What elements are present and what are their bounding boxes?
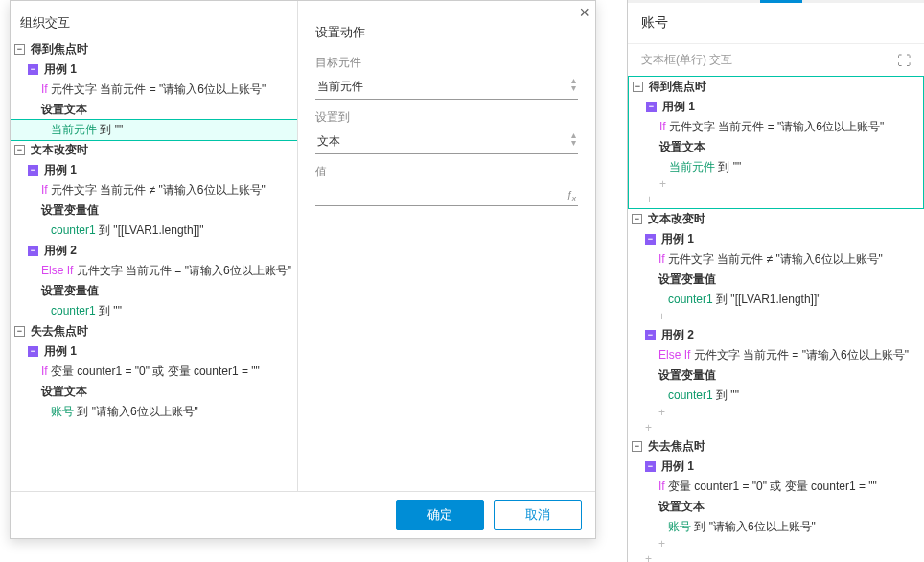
- ok-button[interactable]: 确定: [396, 500, 484, 530]
- case-icon: −: [645, 234, 656, 245]
- case-label: 用例 1: [44, 162, 77, 178]
- case-head[interactable]: −用例 1: [11, 160, 297, 180]
- action-detail[interactable]: counter1 到 "[[LVAR1.length]]": [628, 290, 924, 310]
- add-action-button[interactable]: +: [629, 177, 923, 193]
- interaction-editor-dialog: × 组织交互 −得到焦点时−用例 1If 元件文字 当前元件 = "请输入6位以…: [10, 0, 596, 539]
- collapse-icon[interactable]: −: [632, 214, 642, 224]
- case-icon: −: [28, 246, 38, 256]
- add-action-button[interactable]: +: [628, 406, 924, 421]
- condition-keyword: If: [41, 364, 51, 378]
- case-label: 用例 1: [661, 458, 694, 475]
- action-label[interactable]: 设置文本: [628, 497, 924, 517]
- action-target: counter1: [668, 293, 713, 306]
- left-tree[interactable]: −得到焦点时−用例 1If 元件文字 当前元件 = "请输入6位以上账号"设置文…: [11, 39, 297, 491]
- condition-text: 变量 counter1 = "0" 或 变量 counter1 = "": [51, 364, 260, 378]
- case-condition[interactable]: If 元件文字 当前元件 = "请输入6位以上账号": [11, 80, 297, 100]
- set-to-label: 设置到: [315, 109, 578, 126]
- action-detail[interactable]: counter1 到 "": [11, 301, 297, 321]
- action-rest: 到 "请输入6位以上账号": [691, 520, 816, 533]
- collapse-icon[interactable]: −: [14, 145, 25, 155]
- action-rest: 到 "": [97, 123, 123, 136]
- action-label[interactable]: 设置变量值: [628, 365, 924, 386]
- dialog-footer: 确定 取消: [11, 491, 595, 538]
- case-head[interactable]: −用例 1: [628, 457, 924, 477]
- action-detail[interactable]: counter1 到 "": [628, 386, 924, 406]
- add-case-button[interactable]: +: [628, 552, 924, 562]
- fx-icon[interactable]: ƒx: [566, 190, 576, 203]
- action-detail[interactable]: 账号 到 "请输入6位以上账号": [628, 517, 924, 537]
- event-head[interactable]: −得到焦点时: [11, 39, 297, 59]
- case-icon: −: [28, 346, 38, 357]
- action-target: 当前元件: [51, 123, 97, 136]
- value-input-wrap: ƒx: [315, 184, 578, 206]
- collapse-icon[interactable]: −: [14, 44, 25, 55]
- collapse-icon[interactable]: −: [14, 326, 25, 337]
- condition-keyword: If: [41, 183, 51, 197]
- target-element-label: 目标元件: [315, 55, 578, 71]
- case-condition[interactable]: If 变量 counter1 = "0" 或 变量 counter1 = "": [628, 477, 924, 497]
- set-to-select[interactable]: 文本 ▴▾: [315, 129, 578, 154]
- page-title: 账号: [628, 3, 924, 44]
- condition-text: 元件文字 当前元件 = "请输入6位以上账号": [51, 82, 266, 96]
- right-tree[interactable]: −得到焦点时−用例 1If 元件文字 当前元件 = "请输入6位以上账号"设置文…: [628, 76, 924, 562]
- event-label: 得到焦点时: [31, 41, 88, 58]
- action-detail[interactable]: 当前元件 到 "": [11, 120, 297, 140]
- case-head[interactable]: −用例 1: [629, 97, 923, 117]
- event-head[interactable]: −文本改变时: [11, 140, 297, 160]
- add-case-button[interactable]: +: [629, 193, 923, 208]
- action-rest: 到 "": [713, 388, 739, 402]
- action-label[interactable]: 设置变量值: [11, 281, 297, 301]
- cancel-button[interactable]: 取消: [494, 500, 582, 530]
- value-input[interactable]: [315, 184, 578, 206]
- case-condition[interactable]: Else If 元件文字 当前元件 = "请输入6位以上账号": [11, 261, 297, 281]
- action-target: counter1: [668, 388, 713, 402]
- action-label[interactable]: 设置文本: [11, 100, 297, 120]
- case-condition[interactable]: If 元件文字 当前元件 ≠ "请输入6位以上账号": [628, 249, 924, 269]
- add-action-button[interactable]: +: [628, 537, 924, 552]
- case-condition[interactable]: If 元件文字 当前元件 ≠ "请输入6位以上账号": [11, 180, 297, 200]
- add-case-button[interactable]: +: [628, 421, 924, 436]
- condition-text: 元件文字 当前元件 = "请输入6位以上账号": [669, 120, 884, 133]
- dialog-left-panel: 组织交互 −得到焦点时−用例 1If 元件文字 当前元件 = "请输入6位以上账…: [11, 1, 298, 491]
- chevron-updown-icon: ▴▾: [571, 131, 576, 147]
- action-target: counter1: [51, 304, 96, 317]
- action-label[interactable]: 设置变量值: [11, 200, 297, 221]
- action-label[interactable]: 设置变量值: [628, 269, 924, 290]
- tabbar: [628, 0, 924, 3]
- condition-keyword: If: [659, 120, 669, 133]
- case-condition[interactable]: If 变量 counter1 = "0" 或 变量 counter1 = "": [11, 362, 297, 382]
- collapse-icon[interactable]: −: [632, 441, 642, 452]
- case-head[interactable]: −用例 2: [628, 325, 924, 345]
- close-icon[interactable]: ×: [579, 3, 589, 23]
- add-action-button[interactable]: +: [628, 310, 924, 325]
- expand-icon[interactable]: ⛶: [897, 53, 911, 68]
- right-panel: 账号 文本框(单行) 交互 ⛶ −得到焦点时−用例 1If 元件文字 当前元件 …: [627, 0, 924, 562]
- action-detail[interactable]: counter1 到 "[[LVAR1.length]]": [11, 221, 297, 241]
- case-condition[interactable]: If 元件文字 当前元件 = "请输入6位以上账号": [629, 117, 923, 137]
- action-label[interactable]: 设置文本: [629, 137, 923, 157]
- case-condition[interactable]: Else If 元件文字 当前元件 = "请输入6位以上账号": [628, 345, 924, 365]
- event-head[interactable]: −得到焦点时: [629, 77, 923, 97]
- event-label: 失去焦点时: [648, 438, 705, 455]
- action-detail[interactable]: 账号 到 "请输入6位以上账号": [11, 402, 297, 422]
- subtitle-text: 文本框(单行) 交互: [641, 52, 732, 68]
- action-rest: 到 "": [715, 160, 741, 174]
- action-rest: 到 "[[LVAR1.length]]": [96, 223, 204, 237]
- action-label[interactable]: 设置文本: [11, 382, 297, 402]
- case-head[interactable]: −用例 1: [11, 59, 297, 80]
- collapse-icon[interactable]: −: [633, 82, 643, 92]
- target-element-select[interactable]: 当前元件 ▴▾: [315, 75, 578, 100]
- event-head[interactable]: −失去焦点时: [11, 321, 297, 341]
- dialog-body: 组织交互 −得到焦点时−用例 1If 元件文字 当前元件 = "请输入6位以上账…: [11, 1, 595, 491]
- action-rest: 到 "请输入6位以上账号": [74, 405, 198, 418]
- case-head[interactable]: −用例 1: [11, 341, 297, 362]
- condition-text: 变量 counter1 = "0" 或 变量 counter1 = "": [668, 480, 877, 493]
- event-head[interactable]: −文本改变时: [628, 209, 924, 229]
- event-head[interactable]: −失去焦点时: [628, 436, 924, 457]
- action-detail[interactable]: 当前元件 到 "": [629, 157, 923, 177]
- case-head[interactable]: −用例 1: [628, 229, 924, 249]
- value-label: 值: [315, 164, 578, 180]
- case-icon: −: [645, 330, 656, 340]
- left-panel-title: 组织交互: [11, 1, 297, 39]
- case-head[interactable]: −用例 2: [11, 241, 297, 261]
